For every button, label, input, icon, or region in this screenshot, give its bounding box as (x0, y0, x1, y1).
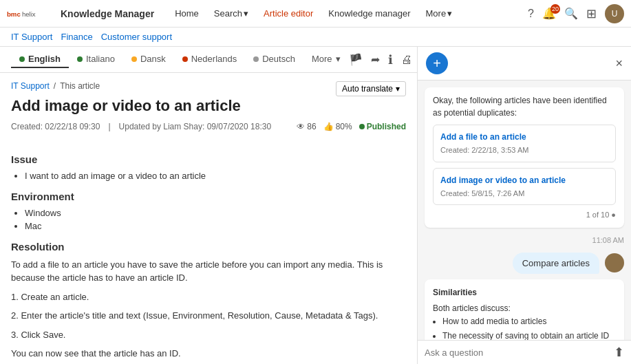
more-lang-icon: ▾ (336, 54, 341, 64)
env-item-windows: Windows (25, 208, 406, 218)
send-button[interactable]: ⬆ (614, 345, 624, 360)
chat-footer: ⬆ (418, 340, 631, 364)
flag-button[interactable]: 🏴 (349, 53, 363, 66)
article-content: Issue I want to add an image or a video … (0, 153, 417, 364)
dansk-dot (131, 56, 137, 62)
meta-stats: 👁 86 👍 80% Published (297, 122, 406, 131)
nav-article-editor[interactable]: Article editor (257, 6, 320, 21)
article-breadcrumb-parent[interactable]: IT Support (11, 81, 50, 91)
main-nav: Home Search ▾ Article editor Knowledge m… (168, 6, 528, 21)
svg-text:helix: helix (22, 10, 36, 18)
bot-duplicates-message: Okay, the following articles have been i… (425, 87, 624, 228)
issue-heading: Issue (11, 153, 406, 165)
dup-card-1-title: Add a file to an article (440, 131, 608, 143)
search-icon: 🔍 (564, 7, 578, 20)
nav-more[interactable]: More ▾ (419, 6, 460, 21)
notifications-button[interactable]: 🔔 20 (542, 7, 556, 20)
views-stat: 👁 86 (297, 122, 316, 131)
nav-home[interactable]: Home (168, 6, 206, 21)
sim-item-1: How to add media to articles (442, 315, 616, 328)
auto-translate-button[interactable]: Auto translate ▾ (336, 81, 406, 96)
chat-search-input[interactable] (448, 56, 615, 72)
step-3-detail: You can now see that the article has an … (11, 347, 406, 361)
breadcrumb-customer-support[interactable]: Customer support (101, 32, 172, 42)
dup-card-1-meta: Created: 2/22/18, 3:53 AM (440, 144, 608, 156)
step-2: 2. Enter the article's title and text (I… (11, 309, 406, 323)
article-meta: Created: 02/22/18 09:30 | Updated by Lia… (11, 122, 406, 131)
resolution-p1: To add a file to an article you have to … (11, 258, 406, 285)
info-button[interactable]: ℹ (388, 52, 393, 67)
breadcrumb-it-support[interactable]: IT Support (11, 32, 52, 42)
article-breadcrumb: IT Support / This article (11, 81, 100, 91)
article-title: Add image or video to an article (11, 96, 406, 116)
article-breadcrumb-current: This article (60, 81, 100, 91)
dup-card-2-title: Add image or video to an article (440, 174, 608, 186)
grid-button[interactable]: ⊞ (586, 6, 597, 21)
nav-knowledge-manager[interactable]: Knowledge manager (321, 6, 417, 21)
step-1: 1. Create an article. (11, 290, 406, 304)
nav-search[interactable]: Search ▾ (207, 6, 255, 21)
breadcrumb-finance[interactable]: Finance (61, 32, 92, 42)
similarities-intro: Both articles discuss: (433, 302, 616, 315)
nederlands-dot (182, 56, 188, 62)
grid-icon: ⊞ (586, 6, 597, 21)
chat-timestamp: 11:08 AM (425, 236, 624, 244)
article-tools: Auto translate ▾ (336, 81, 406, 96)
avatar[interactable]: U (605, 4, 624, 23)
article-toolbar: 🏴 ➦ ℹ 🖨 ✏ (349, 52, 418, 67)
top-nav: bmc helix Knowledge Manager Home Search … (0, 0, 631, 28)
search-button[interactable]: 🔍 (564, 7, 578, 20)
notification-badge: 20 (550, 4, 560, 14)
duplicate-card-1[interactable]: Add a file to an article Created: 2/22/1… (433, 125, 616, 162)
issue-list: I want to add an image or a video to an … (25, 171, 406, 181)
tab-more[interactable]: More ▾ (303, 51, 349, 68)
app-title: Knowledge Manager (61, 8, 154, 19)
sim-item-2: The necessity of saving to obtain an art… (442, 330, 616, 340)
tab-nederlands[interactable]: Nederlands (174, 51, 246, 68)
duplicate-card-2[interactable]: Add image or video to an article Created… (433, 168, 616, 206)
article-separator: | (108, 122, 110, 131)
article-panel: English Italiano Dansk Nederlands Deutsc… (0, 47, 418, 364)
article-created: Created: 02/22/18 09:30 (11, 122, 100, 131)
chat-panel: + × Okay, the following articles have be… (418, 47, 631, 364)
similarities-list: How to add media to articles The necessi… (442, 315, 616, 340)
chat-plus-button[interactable]: + (426, 52, 448, 74)
resolution-heading: Resolution (11, 241, 406, 253)
translate-dropdown-icon: ▾ (396, 84, 400, 94)
more-dropdown-icon: ▾ (447, 8, 452, 19)
environment-heading: Environment (11, 191, 406, 202)
status-badge: Published (359, 122, 406, 131)
likes-stat: 👍 80% (323, 122, 352, 131)
nav-icons: ? 🔔 20 🔍 ⊞ U (528, 4, 624, 23)
tab-deutsch[interactable]: Deutsch (245, 51, 303, 68)
print-button[interactable]: 🖨 (401, 54, 412, 66)
step-3: 3. Click Save. (11, 328, 406, 342)
article-header: IT Support / This article Auto translate… (0, 73, 417, 144)
chat-input[interactable] (425, 347, 608, 358)
tab-english[interactable]: English (11, 51, 69, 68)
english-dot (19, 56, 25, 62)
user-message-row: Compare articles (425, 253, 624, 274)
user-avatar (605, 253, 624, 272)
similarities-heading: Similarities (433, 286, 616, 299)
eye-icon: 👁 (297, 122, 305, 131)
help-button[interactable]: ? (528, 8, 534, 20)
svg-text:bmc: bmc (7, 10, 21, 18)
pagination-1: 1 of 10 ● (433, 209, 616, 221)
thumb-icon: 👍 (323, 122, 334, 131)
tab-italiano[interactable]: Italiano (69, 51, 123, 68)
italiano-dot (77, 56, 83, 62)
chat-messages: Okay, the following articles have been i… (418, 81, 631, 340)
status-dot (359, 124, 365, 129)
chat-close-button[interactable]: × (615, 56, 623, 71)
env-item-mac: Mac (25, 221, 406, 231)
chat-header: + × (418, 47, 631, 81)
issue-item: I want to add an image or a video to an … (25, 171, 406, 181)
main-area: English Italiano Dansk Nederlands Deutsc… (0, 47, 631, 364)
share-button[interactable]: ➦ (371, 53, 380, 66)
tab-dansk[interactable]: Dansk (123, 51, 174, 68)
user-bubble: Compare articles (513, 253, 599, 274)
bmc-logo: bmc helix (7, 6, 55, 21)
article-updated: Updated by Liam Shay: 09/07/2020 18:30 (119, 122, 272, 131)
language-tab-bar: English Italiano Dansk Nederlands Deutsc… (0, 47, 417, 73)
